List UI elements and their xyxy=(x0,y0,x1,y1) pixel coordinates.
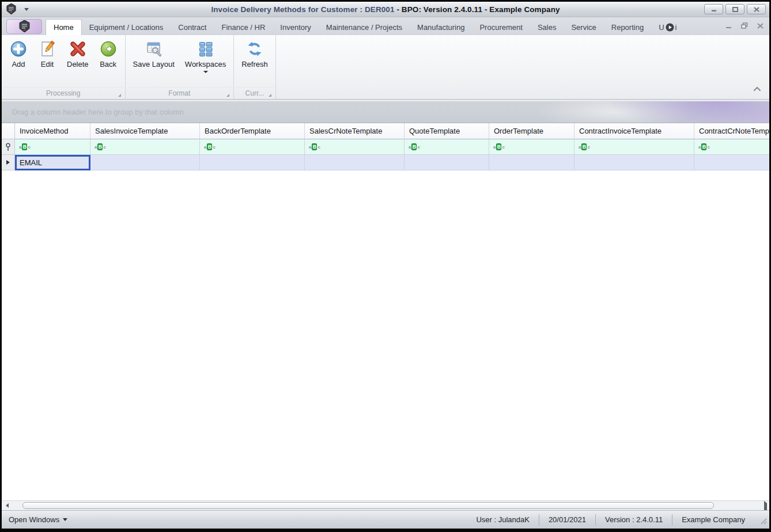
cell-contractinvoicetemplate[interactable] xyxy=(575,155,694,170)
workspaces-button[interactable]: Workspaces xyxy=(180,37,231,74)
cell-salesinvoicetemplate[interactable] xyxy=(90,155,200,170)
tab-contract[interactable]: Contract xyxy=(171,20,214,35)
scroll-left-icon[interactable] xyxy=(2,503,12,508)
tab-utilities[interactable]: Ui xyxy=(651,20,684,35)
refresh-button[interactable]: Refresh xyxy=(236,37,273,70)
resize-grip-icon[interactable] xyxy=(760,518,767,526)
minimize-icon xyxy=(711,7,717,12)
cell-salescrnotetemplate[interactable] xyxy=(305,155,405,170)
quick-access-dropdown-icon[interactable] xyxy=(24,8,29,11)
status-item: 20/01/2021 xyxy=(539,511,595,529)
cell-invoicemethod[interactable]: EMAIL xyxy=(15,155,90,170)
table-row: EMAIL xyxy=(2,155,769,170)
cell-backordertemplate[interactable] xyxy=(200,155,305,170)
minimize-button[interactable] xyxy=(704,4,723,14)
column-header-contractinvoicetemplate[interactable]: ContractInvoiceTemplate xyxy=(575,123,694,139)
tab-label: Sales xyxy=(538,23,557,32)
grid-rows: EMAIL xyxy=(2,155,769,170)
tab-home[interactable]: Home xyxy=(46,19,82,35)
tab-inventory[interactable]: Inventory xyxy=(273,20,318,35)
add-icon xyxy=(9,40,28,58)
column-header-salesinvoicetemplate[interactable]: SalesInvoiceTemplate xyxy=(90,123,200,139)
mdi-minimize-icon[interactable] xyxy=(725,23,732,29)
title-bar: Invoice Delivery Methods for Customer : … xyxy=(2,2,769,17)
filter-cell-contractcrnotetemplate[interactable]: aBc xyxy=(694,139,769,155)
horizontal-scrollbar[interactable] xyxy=(2,500,769,510)
column-header-invoicemethod[interactable]: InvoiceMethod xyxy=(15,123,90,139)
workspaces-icon xyxy=(196,40,215,58)
column-header-salescrnotetemplate[interactable]: SalesCrNoteTemplate xyxy=(305,123,405,139)
app-logo-icon xyxy=(19,20,30,32)
dialog-launcher-icon[interactable] xyxy=(269,94,271,97)
edit-button[interactable]: Edit xyxy=(33,37,62,70)
text-filter-abc-icon: aBc xyxy=(19,143,31,150)
filter-cell-salescrnotetemplate[interactable]: aBc xyxy=(305,139,405,155)
text-filter-abc-icon: aBc xyxy=(409,143,420,150)
group-by-panel[interactable]: Drag a column header here to group by th… xyxy=(2,101,769,123)
chevron-down-icon xyxy=(63,518,67,521)
window-title: Invoice Delivery Methods for Customer : … xyxy=(2,5,769,14)
application-menu-button[interactable] xyxy=(6,19,42,34)
tab-manufacturing[interactable]: Manufacturing xyxy=(410,20,472,35)
save-layout-button[interactable]: Save Layout xyxy=(128,37,180,70)
mdi-restore-icon[interactable] xyxy=(741,22,748,29)
column-header-backordertemplate[interactable]: BackOrderTemplate xyxy=(200,123,305,139)
button-label: Workspaces xyxy=(185,60,226,69)
status-item: User : JulandaK xyxy=(467,511,539,529)
back-icon xyxy=(99,40,118,58)
close-button[interactable] xyxy=(747,4,766,14)
text-filter-abc-icon: aBc xyxy=(579,143,590,150)
button-label: Save Layout xyxy=(133,60,175,69)
play-icon xyxy=(666,23,674,32)
dialog-launcher-icon[interactable] xyxy=(226,94,229,97)
tab-reporting[interactable]: Reporting xyxy=(604,20,651,35)
tab-label: Manufacturing xyxy=(417,23,464,32)
cell-contractcrnotetemplate[interactable] xyxy=(694,155,769,170)
status-items: User : JulandaK20/01/2021Version : 2.4.0… xyxy=(467,511,754,529)
dialog-launcher-icon[interactable] xyxy=(118,94,121,97)
cell-ordertemplate[interactable] xyxy=(489,155,575,170)
ribbon-group-processing: AddEditDeleteBackProcessing xyxy=(2,35,126,99)
delete-button[interactable]: Delete xyxy=(62,37,94,70)
button-label: Back xyxy=(100,60,116,69)
button-label: Add xyxy=(12,60,25,69)
filter-cell-invoicemethod[interactable]: aBc xyxy=(15,139,90,155)
back-button[interactable]: Back xyxy=(94,37,123,70)
column-header-ordertemplate[interactable]: OrderTemplate xyxy=(489,123,575,139)
tab-label: Procurement xyxy=(479,23,522,32)
auto-filter-row: aBcaBcaBcaBcaBcaBcaBcaBc xyxy=(2,139,769,155)
tab-service[interactable]: Service xyxy=(564,20,603,35)
tab-sales[interactable]: Sales xyxy=(530,20,564,35)
tab-equipment-locations[interactable]: Equipment / Locations xyxy=(82,20,171,35)
text-filter-abc-icon: aBc xyxy=(95,143,106,150)
chevron-down-icon xyxy=(203,71,208,73)
scrollbar-thumb[interactable] xyxy=(22,502,714,509)
tab-procurement[interactable]: Procurement xyxy=(472,20,530,35)
column-header-quotetemplate[interactable]: QuoteTemplate xyxy=(405,123,489,139)
filter-cell-salesinvoicetemplate[interactable]: aBc xyxy=(90,139,200,155)
group-caption: Curr... xyxy=(236,87,273,99)
cell-quotetemplate[interactable] xyxy=(405,155,489,170)
group-by-hint: Drag a column header here to group by th… xyxy=(12,108,184,116)
filter-cell-quotetemplate[interactable]: aBc xyxy=(405,139,489,155)
maximize-button[interactable] xyxy=(725,4,744,14)
tab-label: Equipment / Locations xyxy=(89,23,164,32)
filter-row-indicator xyxy=(2,139,15,155)
add-button[interactable]: Add xyxy=(4,37,33,70)
open-windows-button[interactable]: Open Windows xyxy=(2,515,67,524)
tab-label: Inventory xyxy=(280,23,311,32)
column-header-contractcrnotetemplate[interactable]: ContractCrNoteTemplate xyxy=(694,123,769,139)
group-caption: Processing xyxy=(4,87,123,99)
filter-cell-ordertemplate[interactable]: aBc xyxy=(489,139,575,155)
tab-label: Service xyxy=(571,23,596,32)
ribbon-tab-strip: HomeEquipment / LocationsContractFinance… xyxy=(46,17,684,35)
mdi-close-icon[interactable] xyxy=(757,23,764,29)
tab-maintenance-projects[interactable]: Maintenance / Projects xyxy=(319,20,410,35)
group-caption-label: Format xyxy=(168,89,190,97)
filter-cell-contractinvoicetemplate[interactable]: aBc xyxy=(575,139,694,155)
group-caption: Format xyxy=(128,87,232,99)
tab-finance-hr[interactable]: Finance / HR xyxy=(214,20,273,35)
edit-icon xyxy=(38,40,56,58)
filter-cell-backordertemplate[interactable]: aBc xyxy=(200,139,305,155)
collapse-ribbon-icon[interactable] xyxy=(752,84,762,94)
